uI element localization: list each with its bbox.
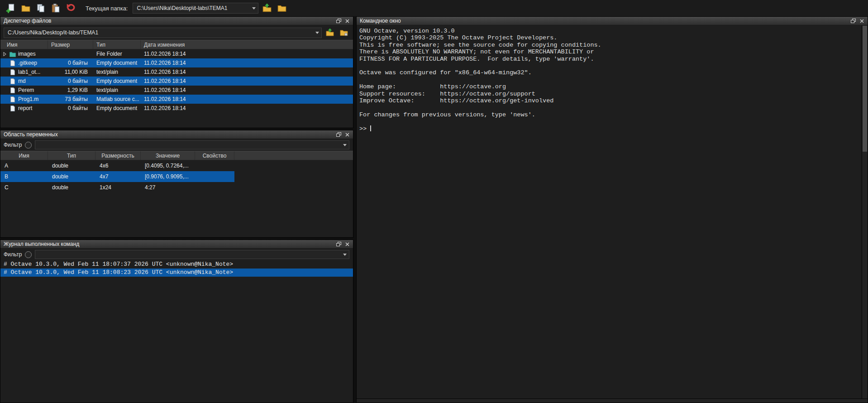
copy-button[interactable] [34,2,47,14]
file-icon [9,96,16,103]
file-type: Empty document [93,105,141,111]
chevron-down-icon [341,254,349,256]
file-date: 11.02.2026 18:14 [141,51,353,57]
file-date: 11.02.2026 18:14 [141,78,353,84]
file-row[interactable]: .gitkeep0 байтыEmpty document11.02.2026 … [0,58,353,67]
undock-icon[interactable] [334,17,343,24]
column-header-type[interactable]: Тип [93,40,141,49]
file-row[interactable]: Perem1,29 KiBtext/plain11.02.2026 18:14 [0,86,353,95]
undock-icon[interactable] [334,240,343,248]
browser-path-combobox[interactable]: C:/Users/Nika/Desktop/it-labs/TEMA1 [4,28,322,38]
column-header-attribute[interactable]: Свойство [195,151,234,160]
expand-chevron-icon[interactable] [2,52,7,56]
folder-icon [277,3,287,13]
filter-checkbox[interactable] [25,251,32,258]
set-browser-folder-button[interactable] [338,27,350,38]
undo-button[interactable] [64,2,77,14]
file-size: 0 байты [48,78,93,84]
file-row[interactable]: imagesFile Folder11.02.2026 18:14 [0,49,353,58]
horizontal-scrollbar[interactable] [357,398,868,403]
command-window-titlebar[interactable]: Командное окно [357,17,868,25]
filter-combobox[interactable] [35,250,349,259]
history-entries: # Octave 10.3.0, Wed Feb 11 18:07:37 202… [0,260,353,403]
file-name: report [18,105,32,111]
vertical-scrollbar[interactable] [862,25,868,398]
scrollbar-thumb[interactable] [863,26,867,152]
file-name: Perem [18,87,34,93]
paste-button[interactable] [49,2,62,14]
command-history-titlebar[interactable]: Журнал выполненных команд [0,240,353,249]
file-name: images [18,51,36,57]
file-icon [9,78,16,85]
file-row[interactable]: lab1_ot...11,00 KiBtext/plain11.02.2026 … [0,67,353,77]
variable-dim: 4x6 [95,163,141,169]
variable-dim: 4x7 [95,173,141,180]
column-header-dimension[interactable]: Размерность [95,151,141,160]
file-row[interactable]: Prog1.m73 байтыMatlab source c...11.02.2… [0,95,353,104]
history-filter-row: Фильтр [0,249,353,260]
history-entry[interactable]: # Octave 10.3.0, Wed Feb 11 18:08:23 202… [0,269,353,277]
current-folder-label: Текущая папка: [86,5,128,12]
file-browser-panel: Диспетчер файлов C:/Users/Nika/Desktop/i… [0,16,353,128]
terminal-line: Octave was configured for "x86_64-w64-mi… [359,69,859,76]
file-size: 0 байты [48,60,93,66]
main-toolbar: Текущая папка: C:\Users\Nika\Desktop\it-… [0,0,868,16]
chevron-down-icon [250,7,258,10]
file-type: Empty document [93,78,141,84]
close-icon[interactable] [343,131,352,138]
file-row[interactable]: md0 байтыEmpty document11.02.2026 18:14 [0,77,353,86]
workspace-table-header: Имя Тип Размерность Значение Свойство [0,151,353,160]
new-script-button[interactable] [5,2,17,14]
file-name: Prog1.m [18,96,38,102]
column-header-size[interactable]: Размер [48,40,93,49]
file-type: Empty document [93,60,141,66]
terminal-line: Improve Octave: https://octave.org/get-i… [359,97,859,104]
file-type: Matlab source c... [93,96,141,102]
file-name-cell: md [0,78,48,85]
current-folder-value: C:\Users\Nika\Desktop\it-labs\TEMA1 [133,5,250,11]
browser-path-value: C:/Users/Nika/Desktop/it-labs/TEMA1 [4,29,313,36]
current-folder-combobox[interactable]: C:\Users\Nika\Desktop\it-labs\TEMA1 [133,3,258,14]
file-browser-titlebar[interactable]: Диспетчер файлов [0,17,353,25]
undock-icon[interactable] [334,131,343,138]
close-icon[interactable] [343,17,352,24]
terminal-line [359,62,859,69]
undock-icon[interactable] [849,17,858,24]
history-entry[interactable]: # Octave 10.3.0, Wed Feb 11 18:07:37 202… [0,260,353,269]
file-date: 11.02.2026 18:14 [141,69,353,75]
folder-up-button[interactable] [261,2,273,14]
column-header-value[interactable]: Значение [141,151,195,160]
browse-folder-button[interactable] [276,2,288,14]
close-icon[interactable] [343,240,352,248]
column-header-name[interactable]: Имя [0,151,48,160]
main-area: Диспетчер файлов C:/Users/Nika/Desktop/i… [0,16,868,403]
variable-row[interactable]: Bdouble4x7[0.9076, 0.9095,... [0,171,234,182]
workspace-filter-row: Фильтр [0,139,353,151]
terminal-line: Copyright (C) 1993-2025 The Octave Proje… [359,34,859,41]
undo-icon [66,3,76,13]
workspace-titlebar[interactable]: Область переменных [0,130,353,139]
terminal-line: This is free software; see the source co… [359,42,859,48]
folder-icon [9,51,16,58]
column-header-date[interactable]: Дата изменения [141,40,353,49]
variable-dim: 1x24 [95,184,141,191]
file-browser-rows: imagesFile Folder11.02.2026 18:14.gitkee… [0,49,353,128]
terminal-line: Home page: https://octave.org [359,83,859,90]
filter-checkbox[interactable] [25,142,32,149]
variable-row[interactable]: Adouble4x6[0.4095, 0.7264,... [0,160,234,171]
variable-row[interactable]: Cdouble1x244:27 [0,182,234,193]
panel-title: Командное окно [360,18,849,24]
close-icon[interactable] [858,17,866,24]
prompt-line[interactable]: >> [359,125,859,132]
file-row[interactable]: report0 байтыEmpty document11.02.2026 18… [0,104,353,113]
file-date: 11.02.2026 18:14 [141,60,353,66]
open-file-button[interactable] [19,2,32,14]
terminal-line [359,118,859,125]
column-header-type[interactable]: Тип [48,151,95,160]
command-output[interactable]: GNU Octave, version 10.3.0Copyright (C) … [357,25,862,398]
filter-combobox[interactable] [35,140,349,149]
folder-up-button[interactable] [324,27,336,38]
file-name-cell: report [0,105,48,112]
terminal-line: FITNESS FOR A PARTICULAR PURPOSE. For de… [359,56,859,62]
column-header-name[interactable]: Имя [0,40,48,49]
